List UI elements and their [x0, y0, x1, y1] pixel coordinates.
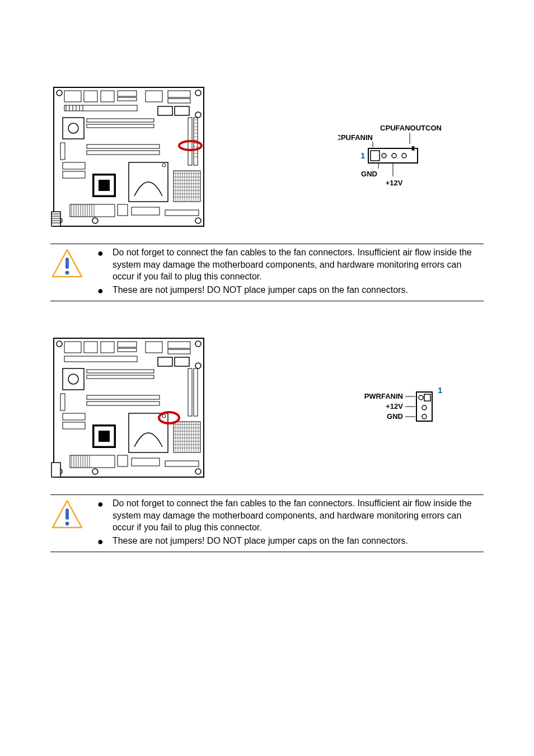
- pin-1-label: 1: [438, 385, 442, 395]
- motherboard-diagram-cpu-fan: [50, 84, 207, 230]
- svg-point-127: [68, 374, 78, 384]
- svg-point-2: [195, 90, 201, 96]
- svg-rect-117: [101, 342, 114, 353]
- svg-point-113: [195, 469, 201, 474]
- warning-icon: [50, 498, 84, 532]
- svg-point-109: [57, 341, 62, 347]
- svg-rect-121: [168, 342, 190, 348]
- svg-point-110: [195, 341, 201, 347]
- pin-1-label: 1: [360, 151, 365, 160]
- svg-rect-72: [70, 204, 115, 217]
- svg-rect-129: [87, 370, 154, 373]
- svg-point-187: [65, 522, 69, 526]
- svg-rect-120: [146, 342, 162, 353]
- svg-rect-130: [87, 375, 154, 379]
- svg-point-99: [392, 153, 396, 158]
- warning-list: ●Do not forget to connect the fan cables…: [94, 246, 484, 298]
- svg-rect-175: [51, 463, 60, 477]
- svg-rect-125: [175, 357, 189, 366]
- svg-rect-182: [424, 394, 430, 401]
- svg-rect-174: [165, 461, 199, 466]
- svg-rect-122: [168, 349, 190, 354]
- gnd-label: GND: [361, 170, 377, 178]
- svg-rect-134: [63, 422, 85, 429]
- warning-bullet-2: These are not jumpers! DO NOT place jump…: [113, 284, 408, 296]
- svg-rect-186: [65, 508, 69, 520]
- svg-point-184: [422, 414, 427, 419]
- svg-point-1: [57, 90, 62, 96]
- svg-rect-7: [64, 91, 81, 102]
- svg-rect-116: [84, 342, 97, 353]
- svg-point-98: [382, 153, 386, 158]
- cpufanoutcon-label: CPUFANOUTCON: [380, 124, 442, 132]
- svg-point-139: [162, 414, 166, 418]
- svg-rect-14: [168, 99, 190, 103]
- warning-list: ●Do not forget to connect the fan cables…: [94, 497, 484, 549]
- warning-bullet-1: Do not forget to connect the fan cables …: [113, 497, 484, 534]
- warning-icon: [50, 248, 84, 281]
- cpu-fan-diagram-row: CPUFANOUTCON CPUFANIN 1 GND +12V: [50, 84, 484, 230]
- svg-rect-123: [64, 356, 137, 362]
- svg-rect-97: [371, 151, 380, 161]
- svg-point-5: [195, 218, 201, 223]
- pwr-fan-warning-callout: ●Do not forget to connect the fan cables…: [50, 494, 484, 552]
- svg-point-25: [68, 123, 78, 133]
- plus12v-label: +12V: [386, 402, 403, 410]
- warning-bullet-1: Do not forget to connect the fan cables …: [113, 246, 484, 283]
- svg-rect-26: [60, 143, 65, 160]
- svg-rect-124: [158, 357, 172, 366]
- svg-rect-13: [168, 91, 190, 97]
- svg-point-114: [92, 469, 98, 474]
- svg-rect-11: [118, 97, 137, 101]
- cpu-fan-warning-callout: ●Do not forget to connect the fan cables…: [50, 244, 484, 301]
- svg-rect-35: [99, 180, 110, 191]
- svg-rect-172: [118, 455, 128, 466]
- svg-rect-133: [63, 413, 85, 420]
- svg-rect-8: [84, 91, 97, 102]
- svg-rect-31: [63, 162, 85, 169]
- svg-point-100: [402, 153, 406, 158]
- pwr-fan-pin-diagram: PWRFANIN +12V GND 1: [349, 385, 450, 430]
- svg-rect-86: [165, 210, 199, 216]
- svg-rect-132: [87, 402, 160, 405]
- svg-rect-131: [87, 395, 160, 399]
- svg-rect-12: [146, 91, 162, 102]
- svg-rect-173: [132, 458, 160, 466]
- gnd-label: GND: [387, 412, 403, 421]
- svg-rect-115: [64, 342, 81, 353]
- motherboard-diagram-pwr-fan: [50, 335, 207, 480]
- svg-rect-15: [64, 105, 137, 111]
- svg-rect-161: [188, 368, 192, 416]
- svg-rect-10: [118, 91, 137, 96]
- pwr-fan-diagram-row: PWRFANIN +12V GND 1: [50, 335, 484, 480]
- warning-bullet-2: These are not jumpers! DO NOT place jump…: [113, 535, 408, 547]
- svg-rect-160: [194, 368, 198, 416]
- svg-rect-23: [175, 106, 189, 115]
- svg-rect-119: [118, 348, 137, 352]
- svg-rect-9: [101, 91, 114, 102]
- svg-rect-106: [65, 258, 69, 269]
- svg-rect-27: [87, 119, 154, 122]
- svg-rect-32: [63, 171, 85, 178]
- cpu-fan-pin-diagram: CPUFANOUTCON CPUFANIN 1 GND +12V: [338, 120, 450, 193]
- svg-point-183: [422, 405, 427, 410]
- svg-point-111: [195, 363, 201, 368]
- svg-point-6: [92, 218, 98, 223]
- svg-rect-84: [118, 204, 128, 216]
- svg-rect-85: [132, 207, 160, 215]
- cpufanin-label: CPUFANIN: [338, 133, 373, 142]
- pwrfanin-label: PWRFANIN: [364, 392, 403, 400]
- svg-rect-22: [158, 106, 172, 115]
- svg-rect-30: [87, 151, 160, 155]
- svg-rect-29: [87, 144, 160, 148]
- svg-rect-128: [60, 394, 65, 410]
- svg-rect-137: [99, 431, 110, 442]
- svg-rect-162: [70, 455, 115, 468]
- plus12v-label: +12V: [386, 179, 403, 187]
- svg-point-3: [195, 112, 201, 118]
- svg-rect-28: [87, 124, 154, 128]
- svg-point-181: [419, 395, 423, 400]
- svg-point-107: [65, 271, 69, 275]
- svg-point-37: [162, 164, 166, 167]
- svg-rect-118: [118, 342, 137, 347]
